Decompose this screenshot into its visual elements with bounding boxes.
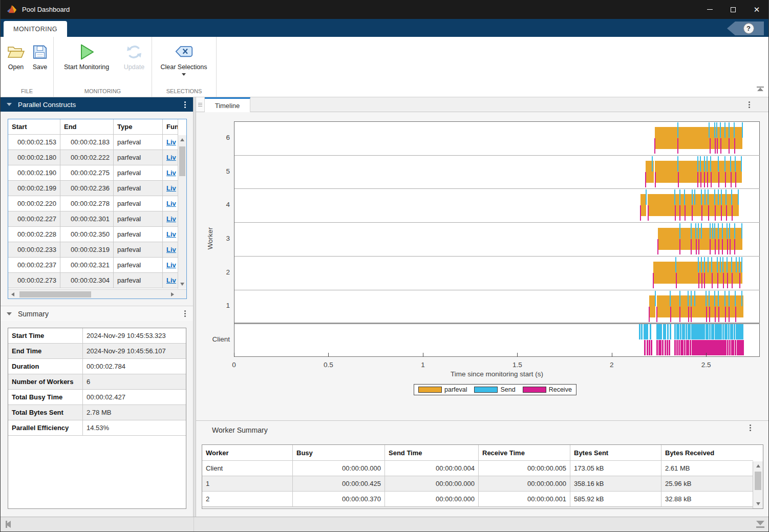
receive-tick — [701, 205, 702, 221]
scroll-down-icon[interactable] — [756, 502, 760, 505]
clear-selections-button[interactable]: Clear Selections — [157, 42, 211, 76]
function-link[interactable]: Liv — [163, 196, 178, 211]
send-tick — [694, 189, 695, 205]
group-label-monitoring: MONITORING — [54, 88, 152, 94]
receive-tick — [710, 138, 711, 154]
function-link[interactable]: Liv — [163, 227, 178, 242]
send-tick — [722, 324, 724, 339]
summary-value: 2024-Nov-29 10:45:53.323 — [83, 328, 186, 344]
summary-label: Number of Workers — [8, 374, 83, 390]
receive-tick — [721, 205, 722, 221]
receive-tick — [647, 340, 648, 355]
tab-timeline[interactable]: Timeline — [205, 97, 250, 112]
send-tick — [718, 291, 719, 306]
send-tick — [710, 156, 711, 172]
worker-row-divider — [234, 188, 760, 189]
window-title: Pool Dashboard — [22, 6, 70, 13]
send-tick — [729, 223, 730, 239]
maximize-button[interactable] — [721, 0, 745, 19]
function-link[interactable]: Liv — [163, 150, 178, 165]
column-header: Type — [114, 119, 163, 135]
table-cell: 00:00:02.222 — [60, 150, 114, 165]
function-link[interactable]: Liv — [163, 242, 178, 258]
kebab-menu-icon[interactable] — [184, 104, 186, 105]
kebab-menu-icon[interactable] — [184, 313, 186, 314]
function-link[interactable]: Liv — [163, 211, 178, 227]
table-cell: 00:00:02.301 — [60, 211, 114, 227]
receive-tick — [715, 239, 716, 254]
send-tick — [708, 257, 709, 272]
close-button[interactable]: ✕ — [745, 0, 768, 19]
partial-row — [202, 507, 753, 508]
scroll-up-icon[interactable] — [756, 464, 760, 467]
table-cell: parfeval — [114, 227, 163, 242]
receive-tick — [691, 239, 692, 254]
send-tick — [677, 122, 678, 138]
scroll-up-icon[interactable] — [180, 138, 184, 141]
receive-tick — [715, 205, 716, 221]
scrollbar-thumb[interactable] — [19, 291, 91, 297]
vertical-scrollbar[interactable] — [178, 135, 186, 289]
parfeval-swatch-icon — [418, 387, 442, 393]
table-cell: 00:00:00.000 — [293, 461, 385, 476]
start-monitoring-button[interactable]: Start Monitoring — [58, 42, 115, 71]
send-tick — [720, 324, 722, 339]
send-tick — [647, 324, 648, 339]
send-tick — [710, 223, 711, 239]
open-button[interactable]: Open — [5, 42, 27, 71]
function-link[interactable]: Liv — [163, 273, 178, 288]
send-tick — [742, 324, 743, 339]
timeline-chart: Worker Time since monitoring start (s) p… — [196, 112, 769, 421]
send-tick — [731, 257, 732, 272]
y-axis-label: 3 — [201, 235, 230, 242]
minimize-button[interactable] — [698, 0, 721, 19]
scroll-right-icon[interactable] — [171, 292, 174, 296]
titlebar: Pool Dashboard ✕ — [1, 0, 768, 19]
kebab-menu-icon[interactable] — [750, 427, 751, 429]
receive-tick — [731, 172, 732, 187]
receive-tick — [677, 138, 678, 154]
receive-tick — [682, 340, 683, 355]
send-tick — [735, 291, 736, 306]
send-tick — [709, 291, 710, 306]
worker-row-divider — [234, 290, 760, 290]
function-link[interactable]: Liv — [163, 165, 178, 181]
send-tick — [700, 156, 701, 172]
scroll-down-icon[interactable] — [180, 283, 184, 286]
send-tick — [677, 156, 678, 172]
panel-handle-icon[interactable] — [196, 97, 205, 112]
help-button[interactable]: ? — [727, 22, 764, 35]
horizontal-scrollbar[interactable] — [8, 289, 186, 299]
send-tick — [652, 156, 653, 172]
summary-label: Total Bytes Sent — [8, 405, 83, 420]
vertical-scrollbar[interactable] — [753, 461, 763, 508]
scrollbar-thumb[interactable] — [179, 146, 185, 176]
receive-tick — [667, 340, 668, 355]
collapse-panel-icon[interactable] — [7, 103, 12, 106]
scroll-left-icon[interactable] — [11, 292, 14, 296]
function-link[interactable]: Liv — [163, 181, 178, 196]
collapse-panel-icon[interactable] — [7, 312, 12, 315]
column-header: Bytes Sent — [570, 445, 661, 461]
receive-tick — [688, 340, 689, 355]
send-tick — [706, 291, 707, 306]
receive-tick — [684, 340, 686, 355]
scrollbar-thumb[interactable] — [755, 472, 761, 490]
save-button[interactable]: Save — [29, 42, 51, 71]
kebab-menu-icon[interactable] — [749, 104, 750, 105]
send-tick — [688, 324, 689, 339]
chevron-down-icon[interactable] — [182, 73, 186, 76]
collapse-bottom-panel-icon[interactable] — [756, 521, 764, 525]
receive-tick — [701, 273, 702, 288]
send-tick — [701, 257, 702, 272]
close-icon: ✕ — [754, 6, 760, 13]
summary-label: Parallel Efficiency — [8, 420, 83, 436]
table-cell: 00:00:02.321 — [60, 258, 114, 273]
tab-monitoring[interactable]: MONITORING — [4, 21, 67, 37]
collapse-ribbon-icon[interactable] — [757, 87, 764, 93]
function-link[interactable]: Liv — [163, 135, 178, 150]
function-link[interactable]: Liv — [163, 258, 178, 273]
y-axis-label: 1 — [201, 302, 230, 309]
collapse-left-panel-icon[interactable] — [6, 521, 11, 528]
maximize-icon — [731, 7, 736, 12]
